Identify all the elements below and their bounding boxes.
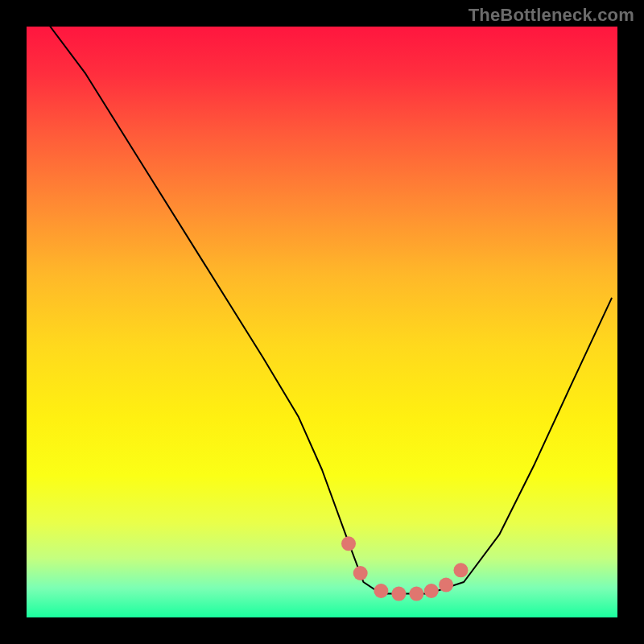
bottleneck-curve	[50, 27, 611, 594]
highlight-dot	[424, 584, 439, 598]
highlight-dots	[341, 536, 469, 601]
highlight-dot	[439, 578, 453, 592]
plot-area	[27, 27, 617, 617]
highlight-dot	[341, 536, 356, 551]
highlight-dot	[409, 587, 423, 601]
watermark-text: TheBottleneck.com	[469, 5, 634, 26]
chart-frame: TheBottleneck.com	[0, 0, 644, 644]
chart-svg	[27, 27, 617, 617]
highlight-dot	[454, 563, 469, 577]
highlight-dot	[391, 587, 406, 601]
highlight-dot	[353, 566, 368, 580]
highlight-dot	[374, 584, 388, 598]
